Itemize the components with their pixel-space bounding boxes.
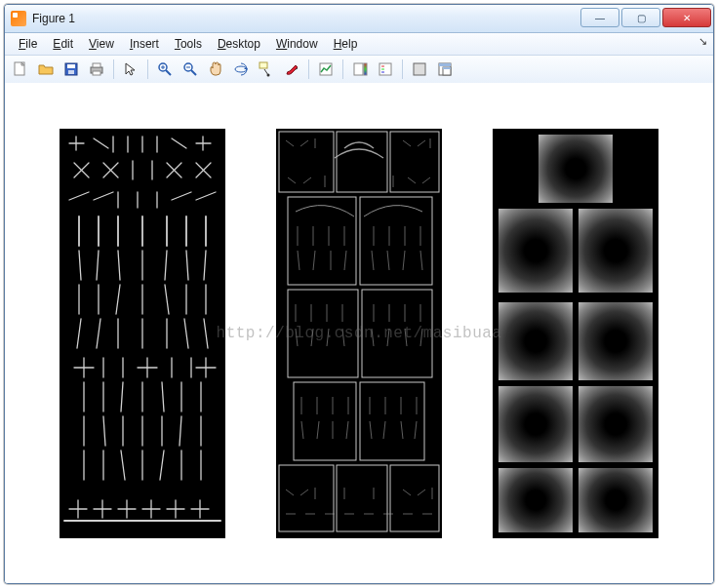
- svg-rect-27: [439, 63, 451, 66]
- menu-label: nsert: [133, 37, 159, 51]
- rotate3d-button[interactable]: [229, 58, 253, 81]
- svg-rect-21: [379, 63, 391, 75]
- new-figure-button[interactable]: [9, 58, 32, 81]
- pan-icon: [208, 61, 223, 77]
- svg-rect-29: [443, 67, 451, 69]
- zoom-in-button[interactable]: [153, 58, 177, 81]
- pointer-button[interactable]: [119, 58, 142, 81]
- svg-line-8: [166, 70, 171, 75]
- zoom-out-button[interactable]: [179, 58, 202, 81]
- menu-label: elp: [341, 37, 357, 51]
- dock-button[interactable]: [433, 58, 457, 81]
- menubar-overflow-icon[interactable]: ↘: [698, 35, 707, 48]
- hog-visualization-parts: [276, 129, 442, 538]
- menu-desktop[interactable]: Desktop: [210, 36, 268, 52]
- minimize-glyph: —: [595, 13, 605, 23]
- menu-edit[interactable]: Edit: [45, 36, 81, 52]
- svg-rect-5: [93, 63, 100, 67]
- svg-rect-19: [354, 63, 363, 75]
- menubar: File Edit View Insert Tools Desktop Wind…: [5, 33, 713, 56]
- svg-line-12: [191, 70, 196, 75]
- link-plot-icon: [318, 61, 334, 77]
- svg-rect-6: [93, 71, 100, 75]
- menu-label: dit: [60, 37, 73, 51]
- data-cursor-icon: [259, 61, 274, 77]
- svg-point-17: [267, 74, 270, 77]
- minimize-button[interactable]: —: [580, 8, 619, 27]
- hide-tools-button[interactable]: [408, 58, 431, 81]
- save-icon: [63, 61, 79, 77]
- pointer-icon: [123, 61, 139, 77]
- close-glyph: ✕: [683, 13, 691, 23]
- menu-label: ile: [25, 37, 37, 51]
- subplot-spatial-weights: [493, 129, 658, 538]
- figure-window: Figure 1 — ▢ ✕ File Edit View Insert Too…: [4, 4, 714, 584]
- open-icon: [38, 61, 54, 77]
- zoom-in-icon: [157, 61, 173, 77]
- svg-rect-130: [276, 129, 442, 538]
- hog-visualization-full: [60, 129, 225, 538]
- matlab-figure-icon: [11, 11, 26, 26]
- subplot-hog-parts: [276, 129, 442, 538]
- link-plot-button[interactable]: [314, 58, 338, 81]
- svg-rect-3: [68, 70, 74, 74]
- toolbar-separator: [147, 59, 148, 79]
- brush-button[interactable]: [280, 58, 303, 81]
- dock-icon: [437, 61, 453, 77]
- menu-label: ools: [180, 37, 202, 51]
- menu-label: indow: [287, 37, 317, 51]
- pan-button[interactable]: [204, 58, 227, 81]
- maximize-glyph: ▢: [637, 13, 646, 23]
- subplot-hog-full: [60, 129, 225, 538]
- axes-area[interactable]: http://blog.csdn.net/masibuaa: [5, 83, 713, 583]
- toolbar: [5, 56, 713, 84]
- svg-rect-2: [67, 64, 75, 68]
- menu-help[interactable]: Help: [326, 36, 366, 52]
- data-cursor-button[interactable]: [255, 58, 278, 81]
- menu-insert[interactable]: Insert: [122, 36, 167, 52]
- legend-icon: [378, 61, 393, 77]
- toolbar-separator: [113, 59, 114, 79]
- toolbar-separator: [308, 59, 309, 79]
- svg-rect-25: [414, 63, 425, 75]
- menu-tools[interactable]: Tools: [167, 36, 210, 52]
- toolbar-separator: [342, 59, 343, 79]
- hide-tools-icon: [412, 61, 427, 77]
- zoom-out-icon: [182, 61, 198, 77]
- window-title: Figure 1: [32, 12, 75, 25]
- rotate3d-icon: [233, 61, 249, 77]
- menu-label: iew: [97, 37, 114, 51]
- colorbar-button[interactable]: [348, 58, 372, 81]
- print-icon: [89, 61, 104, 77]
- toolbar-separator: [402, 59, 403, 79]
- close-button[interactable]: ✕: [662, 8, 711, 27]
- titlebar[interactable]: Figure 1 — ▢ ✕: [5, 5, 713, 33]
- print-button[interactable]: [85, 58, 108, 81]
- open-button[interactable]: [34, 58, 58, 81]
- brush-icon: [284, 61, 299, 77]
- new-figure-icon: [13, 61, 28, 77]
- save-button[interactable]: [60, 58, 83, 81]
- maximize-button[interactable]: ▢: [621, 8, 660, 27]
- svg-rect-16: [259, 62, 267, 68]
- colorbar-icon: [352, 61, 368, 77]
- svg-rect-20: [364, 63, 367, 75]
- menu-label: esktop: [226, 37, 260, 51]
- menu-file[interactable]: File: [11, 36, 45, 52]
- menu-window[interactable]: Window: [268, 36, 326, 52]
- menu-view[interactable]: View: [81, 36, 122, 52]
- legend-button[interactable]: [374, 58, 397, 81]
